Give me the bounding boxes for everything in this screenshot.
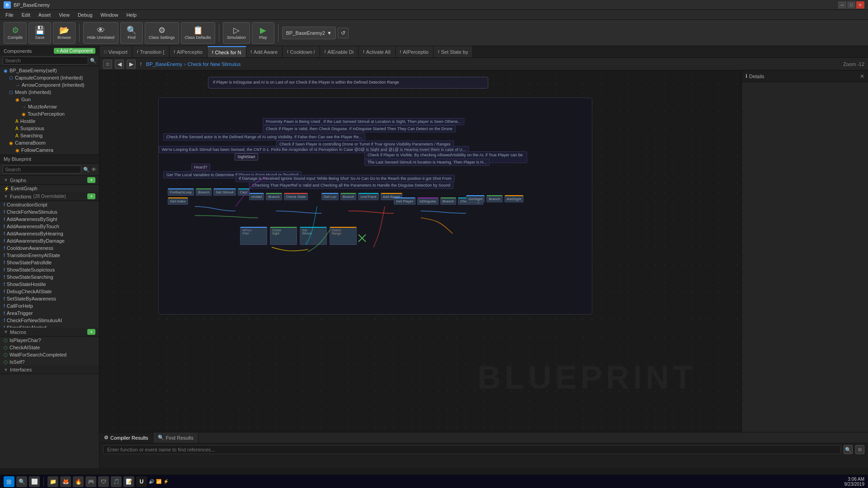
func-addawarenessbydamage[interactable]: f AddAwarenessByDamage [0, 237, 99, 244]
func-transitionenemyaistate[interactable]: f TransitionEnemyAIState [0, 252, 99, 259]
hostile-item[interactable]: A Hostile [0, 117, 99, 125]
macro-isself[interactable]: ⬡ IsSelf? [0, 358, 99, 366]
debug-refresh-button[interactable]: ↺ [338, 28, 349, 38]
add-function-button[interactable]: + [87, 193, 95, 199]
maximize-button[interactable]: □ [847, 1, 855, 9]
mini-node-19[interactable]: AddSight [505, 195, 524, 202]
event-graph-item[interactable]: ⚡ EventGraph [0, 185, 99, 192]
macro-waitforsearchcompleted[interactable]: ⬡ WaitForSearchCompleted [0, 351, 99, 358]
search-taskbar-button[interactable]: 🔍 [16, 476, 27, 487]
save-button[interactable]: 💾 Save [28, 22, 51, 44]
blueprint-search-input[interactable] [3, 165, 81, 174]
mini-node-8[interactable]: Check State [284, 193, 308, 200]
details-close-button[interactable]: ✕ [860, 73, 864, 80]
app3-button[interactable]: 🔥 [73, 476, 84, 487]
firefox-button[interactable]: 🦊 [60, 476, 71, 487]
explorer-button[interactable]: 📁 [47, 476, 58, 487]
class-defaults-button[interactable]: 📋 Class Defaults [181, 22, 215, 44]
tab-viewport[interactable]: □ Viewport [99, 46, 132, 57]
func-showstatesearching[interactable]: f ShowStateSearching [0, 273, 99, 281]
macro-checkaistate[interactable]: ⬡ CheckAIState [0, 344, 99, 351]
searching-item[interactable]: A Searching [0, 132, 99, 139]
tab-aiperceptio2[interactable]: f AIPerceptio [396, 46, 434, 57]
app7-button[interactable]: 📝 [123, 476, 134, 487]
func-debugcheckaistate[interactable]: f DebugCheckAIState [0, 288, 99, 295]
menu-help[interactable]: Help [123, 11, 140, 19]
tab-aiperceptio1[interactable]: f AIPerceptio [170, 46, 208, 57]
find-references-input[interactable] [103, 445, 841, 454]
touchperception-item[interactable]: ◉ TouchPerception [0, 110, 99, 117]
muzzlearrow-item[interactable]: → MuzzleArrow [0, 103, 99, 110]
mini-node-23[interactable]: Detect Range [330, 227, 357, 245]
func-setstatebyawareness[interactable]: f SetStateByAwareness [0, 295, 99, 302]
capsule-component-item[interactable]: ⬡ CapsuleComponent (Inherited) [0, 74, 99, 81]
tab-cooldown[interactable]: f Cooldown / [283, 46, 320, 57]
mini-node-4[interactable]: Cast [238, 188, 250, 196]
func-addawarenessbytouch[interactable]: f AddAwarenessByTouch [0, 223, 99, 230]
cameraboom-item[interactable]: ◉ CameraBoom [0, 139, 99, 146]
func-callforhelp[interactable]: f CallForHelp [0, 302, 99, 310]
class-settings-button[interactable]: ⚙ Class Settings [145, 22, 179, 44]
tab-transition[interactable]: f Transition [ [132, 46, 170, 57]
find-search-button[interactable]: 🔍 [844, 445, 853, 454]
tab-find-results[interactable]: 🔍 Find Results [153, 432, 198, 443]
func-showstatepatrolidle[interactable]: f ShowStatePatrolIdle [0, 259, 99, 266]
menu-file[interactable]: File [2, 11, 17, 19]
eye-icon[interactable]: 👁 [91, 167, 96, 172]
breadcrumb-root[interactable]: BP_BaseEnemy [146, 61, 182, 67]
mini-node-1[interactable]: ForEachLoop [168, 188, 194, 196]
menu-debug[interactable]: Debug [74, 11, 96, 19]
func-cooldownawareness[interactable]: f CooldownAwareness [0, 244, 99, 252]
arrow-component-item[interactable]: → ArrowComponent (Inherited) [0, 81, 99, 89]
followcamera-item[interactable]: ◉ FollowCamera [0, 146, 99, 154]
app5-button[interactable]: 🛡 [98, 476, 109, 487]
mini-node-3[interactable]: Get Stimuli [213, 188, 236, 196]
back-button[interactable]: ◀ [115, 60, 124, 69]
tab-setstateby[interactable]: f Set State by [434, 46, 473, 57]
add-macro-button[interactable]: + [87, 329, 95, 335]
mini-node-22[interactable]: Get Stimuli [300, 227, 327, 245]
mini-node-13[interactable]: Get Player [394, 197, 415, 205]
find-settings-button[interactable]: ⚙ [855, 445, 864, 454]
mini-node-21[interactable]: Check Sight [270, 227, 297, 245]
hide-unrelated-button[interactable]: 👁 Hide Unrelated [83, 22, 118, 44]
mini-node-10[interactable]: Branch [340, 193, 356, 200]
menu-window[interactable]: Window [97, 11, 122, 19]
find-button[interactable]: 🔍 Find [120, 22, 143, 44]
browse-button[interactable]: 📂 Browse [53, 22, 75, 44]
mini-node-17[interactable]: GetSight [466, 195, 485, 202]
menu-view[interactable]: View [55, 11, 73, 19]
tab-addaware[interactable]: f Add Aware [246, 46, 283, 57]
play-button[interactable]: ▶ Play [252, 22, 274, 44]
func-showstatehostile[interactable]: f ShowStateHostile [0, 281, 99, 288]
bookmark-button[interactable]: ☆ [103, 60, 112, 69]
func-addawarenessbysight[interactable]: f AddAwarenessBySight [0, 216, 99, 223]
mesh-component-item[interactable]: ⬡ Mesh (Inherited) [0, 89, 99, 96]
mini-node-6[interactable]: IsValid [249, 193, 264, 200]
suspicious-item[interactable]: A Suspicious [0, 125, 99, 132]
mini-node-7[interactable]: Branch [266, 193, 282, 200]
func-checkfornewstimulus[interactable]: f CheckForNewStimulus [0, 208, 99, 216]
mini-node-18[interactable]: Branch [486, 195, 502, 202]
func-showstatealerted[interactable]: f ShowStateAlerted [0, 324, 99, 328]
menu-edit[interactable]: Edit [18, 11, 34, 19]
simulation-button[interactable]: ▷ Simulation [223, 22, 250, 44]
minimize-button[interactable]: ─ [838, 1, 846, 9]
mini-node-14[interactable]: IsDisguise [417, 197, 439, 205]
taskview-button[interactable]: ⬜ [29, 476, 40, 487]
mini-node-15[interactable]: Branch [440, 197, 456, 205]
forward-button[interactable]: ▶ [127, 60, 136, 69]
app6-button[interactable]: 🎵 [111, 476, 122, 487]
app4-button[interactable]: 🎮 [85, 476, 96, 487]
func-construction-script[interactable]: f ConstructionScript [0, 201, 99, 208]
func-addawarenessbyhearing[interactable]: f AddAwarenessByHearing [0, 230, 99, 237]
mini-node-20[interactable]: AIPerc Filter [240, 227, 267, 245]
compile-button[interactable]: ⚙ Compile [4, 22, 27, 44]
unreal-button[interactable]: U [136, 476, 147, 487]
add-graph-button[interactable]: + [87, 177, 95, 183]
mini-node-11[interactable]: LineTrace [358, 193, 378, 200]
gun-component-item[interactable]: ◉ Gun [0, 96, 99, 103]
blueprint-canvas[interactable]: BLUEPRINT If Player is InDisguise and AI… [99, 70, 741, 432]
mini-node-9[interactable]: Get Loc [321, 193, 339, 200]
mini-node-2[interactable]: Branch [196, 188, 212, 196]
